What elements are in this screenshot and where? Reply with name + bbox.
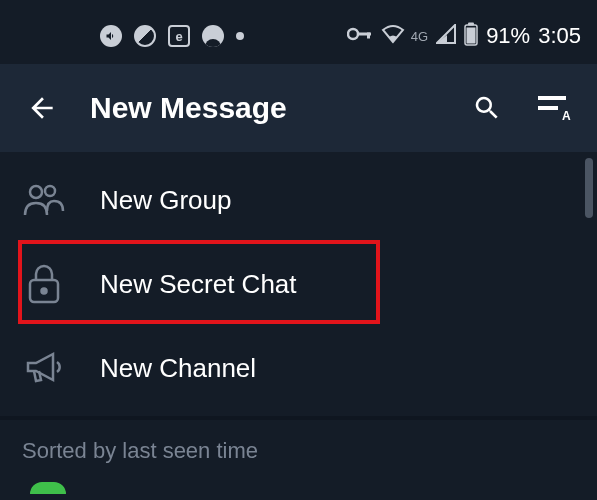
- svg-point-12: [42, 289, 47, 294]
- svg-rect-2: [367, 33, 370, 39]
- volume-icon: [100, 25, 122, 47]
- svg-point-9: [30, 186, 42, 198]
- wifi-icon: [381, 24, 405, 48]
- page-title: New Message: [90, 91, 439, 125]
- svg-rect-6: [538, 96, 566, 100]
- sort-header: Sorted by last seen time: [0, 420, 597, 482]
- clock: 3:05: [538, 23, 581, 49]
- sort-button[interactable]: A: [535, 88, 575, 128]
- status-notification-icons: e: [100, 25, 244, 47]
- menu-item-new-channel[interactable]: New Channel: [0, 326, 597, 410]
- signal-icon: [436, 24, 456, 48]
- key-icon: [347, 27, 373, 45]
- menu-item-label: New Secret Chat: [100, 269, 297, 300]
- svg-point-0: [348, 29, 358, 39]
- vpn-icon: [202, 25, 224, 47]
- group-icon: [22, 178, 66, 222]
- megaphone-icon: [22, 346, 66, 390]
- menu-item-label: New Group: [100, 185, 232, 216]
- search-icon: [472, 93, 502, 123]
- scrollbar[interactable]: [585, 158, 593, 218]
- dnd-icon: [134, 25, 156, 47]
- battery-icon: [464, 22, 478, 50]
- back-button[interactable]: [22, 88, 62, 128]
- contact-avatar-partial: [30, 482, 66, 494]
- sort-icon: A: [538, 94, 572, 122]
- app-bar: New Message A: [0, 64, 597, 152]
- svg-rect-5: [467, 28, 476, 44]
- lock-icon: [22, 262, 66, 306]
- arrow-left-icon: [26, 92, 58, 124]
- search-button[interactable]: [467, 88, 507, 128]
- menu-item-label: New Channel: [100, 353, 256, 384]
- svg-point-10: [45, 186, 55, 196]
- app-e-icon: e: [168, 25, 190, 47]
- content-area: New Group New Secret Chat New Channel So…: [0, 152, 597, 494]
- menu-item-new-secret-chat[interactable]: New Secret Chat: [0, 242, 597, 326]
- svg-rect-7: [538, 106, 558, 110]
- status-system-icons: 4G 91% 3:05: [347, 22, 581, 50]
- svg-text:A: A: [562, 109, 571, 122]
- svg-rect-4: [468, 23, 474, 26]
- network-type-label: 4G: [411, 29, 428, 44]
- battery-percent: 91%: [486, 23, 530, 49]
- top-edge: [0, 0, 597, 8]
- more-notifications-icon: [236, 32, 244, 40]
- status-bar: e 4G 91% 3:05: [0, 8, 597, 64]
- menu-item-new-group[interactable]: New Group: [0, 158, 597, 242]
